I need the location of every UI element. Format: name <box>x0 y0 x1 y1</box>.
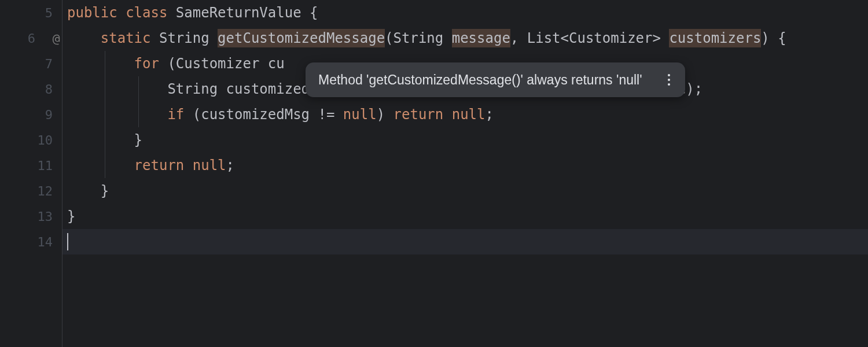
param-name-highlighted: message <box>452 29 510 47</box>
code-area[interactable]: public class SameReturnValue { static St… <box>62 0 868 347</box>
brace: { <box>770 30 786 46</box>
keyword-class: class <box>126 5 167 21</box>
null-literal: null <box>343 106 377 123</box>
override-icon[interactable]: @ <box>49 31 63 46</box>
gutter-row[interactable]: 6 @ <box>0 25 62 51</box>
gutter-row[interactable]: 9 <box>0 102 62 127</box>
line-number: 11 <box>32 158 53 173</box>
code-line-13[interactable]: } <box>62 204 868 229</box>
code-editor[interactable]: 5 6 @ 7 8 9 10 11 12 13 14 public <box>0 0 868 347</box>
inspection-tooltip[interactable]: Method 'getCustomizedMessage()' always r… <box>306 62 685 97</box>
line-number: 5 <box>32 6 53 20</box>
gutter-row[interactable]: 5 <box>0 0 62 25</box>
indent-guide <box>105 127 105 153</box>
indent <box>67 30 101 46</box>
space <box>443 106 451 123</box>
code-line-9[interactable]: if (customizedMsg != null) return null; <box>62 102 868 127</box>
gutter-row[interactable]: 13 <box>0 204 62 229</box>
type-string: String <box>159 30 209 46</box>
brace: } <box>67 208 75 224</box>
code-line-10[interactable]: } <box>62 127 868 153</box>
comma: , <box>510 30 527 46</box>
space <box>184 157 192 174</box>
indent <box>67 81 167 97</box>
indent-guide <box>105 153 105 178</box>
gutter-row[interactable]: 7 <box>0 51 62 76</box>
line-gutter: 5 6 @ 7 8 9 10 11 12 13 14 <box>0 0 62 347</box>
indent-guide <box>138 102 139 127</box>
indent-guide <box>105 51 105 76</box>
semicolon: ; <box>226 157 234 174</box>
code-line-11[interactable]: return null; <box>62 153 868 178</box>
line-number: 7 <box>32 57 53 71</box>
rparen-space: ) <box>377 106 393 123</box>
indent <box>67 106 167 123</box>
param-type: String <box>393 30 452 46</box>
line-number: 9 <box>32 108 53 122</box>
param-name-highlighted: customizers <box>669 29 761 47</box>
condition: (customizedMsg != <box>184 106 343 123</box>
keyword-public: public <box>67 5 117 21</box>
line-number: 6 <box>14 31 35 46</box>
indent-guide <box>138 76 139 102</box>
indent <box>67 132 134 148</box>
indent <box>67 157 134 174</box>
semicolon: ; <box>486 106 494 123</box>
gutter-row[interactable]: 10 <box>0 127 62 153</box>
line-number: 8 <box>32 82 53 97</box>
text-cursor <box>67 233 68 250</box>
code-line-14-current[interactable] <box>62 229 868 254</box>
method-name-highlighted: getCustomizedMessage <box>218 29 385 47</box>
brace: } <box>101 183 109 199</box>
gutter-row[interactable]: 8 <box>0 76 62 102</box>
indent <box>67 56 134 72</box>
keyword-return: return <box>393 106 444 123</box>
rparen: ) <box>761 30 769 46</box>
null-literal: null <box>193 157 226 174</box>
keyword-return: return <box>134 157 185 174</box>
brace: { <box>301 5 318 21</box>
gutter-row[interactable]: 11 <box>0 153 62 178</box>
code-line-6[interactable]: static String getCustomizedMessage(Strin… <box>62 25 868 51</box>
code-line-5[interactable]: public class SameReturnValue { <box>62 0 868 25</box>
indent <box>67 183 101 199</box>
lparen: ( <box>385 30 393 46</box>
keyword-static: static <box>101 30 151 46</box>
code-text: (Customizer cu <box>159 56 285 72</box>
line-number: 14 <box>32 235 53 249</box>
class-name: SameReturnValue <box>176 5 301 21</box>
indent-guide <box>105 76 105 102</box>
keyword-for: for <box>134 56 159 72</box>
type-string: String <box>167 81 218 97</box>
brace: } <box>134 132 142 148</box>
line-number: 10 <box>32 133 53 147</box>
tooltip-message: Method 'getCustomizedMessage()' always r… <box>318 72 642 88</box>
line-number: 12 <box>32 184 53 198</box>
code-line-12[interactable]: } <box>62 178 868 204</box>
keyword-if: if <box>167 106 184 123</box>
null-literal: null <box>452 106 486 123</box>
indent-guide <box>105 102 105 127</box>
gutter-row[interactable]: 14 <box>0 229 62 254</box>
param-type: List<Customizer> <box>527 30 670 46</box>
more-actions-icon[interactable] <box>665 72 672 88</box>
gutter-row[interactable]: 12 <box>0 178 62 204</box>
line-number: 13 <box>32 209 53 224</box>
